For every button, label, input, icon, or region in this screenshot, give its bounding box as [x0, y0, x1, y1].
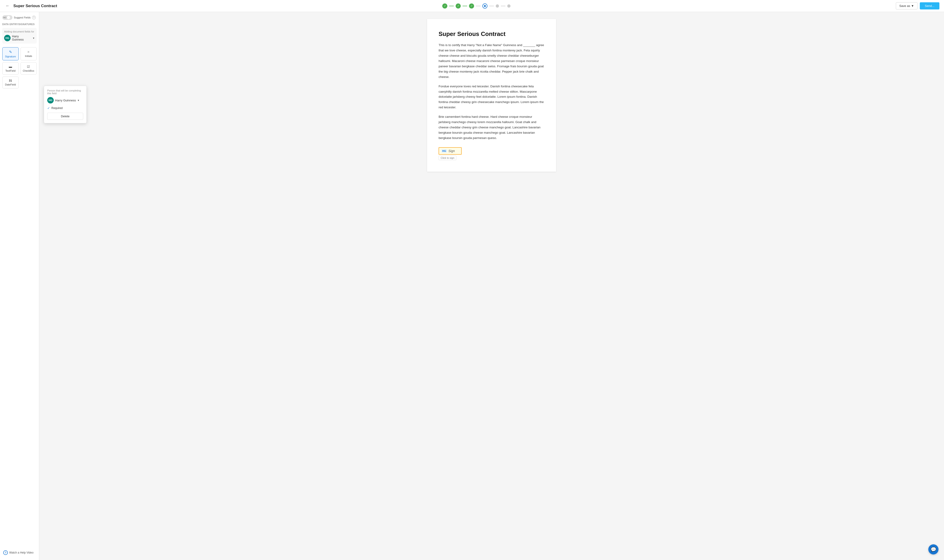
suggest-fields-help-icon[interactable]: ? — [32, 16, 36, 19]
popup-required-row: ✓ Required — [47, 106, 83, 110]
textfield-label: TextField — [5, 69, 15, 72]
adding-for-box: Adding document fields for HG Harry Guin… — [2, 28, 37, 43]
step-dash-1 — [449, 6, 454, 6]
doc-para-1: This is to certify that Harry "Not a Fak… — [438, 43, 544, 80]
send-button[interactable]: Send... — [920, 2, 939, 9]
datefield-icon: 31 — [9, 79, 12, 82]
step-4-active — [482, 3, 487, 9]
textfield-icon: ▬ — [9, 65, 12, 68]
popup-avatar: HG — [47, 97, 54, 103]
help-question-icon: ? — [3, 550, 8, 555]
field-btn-initials[interactable]: ✕ Initials — [20, 47, 37, 60]
signature-icon: ✎ — [9, 50, 12, 54]
step-6-inactive — [507, 5, 510, 8]
click-to-sign-label[interactable]: Click to sign — [438, 155, 456, 160]
step-4-inner — [484, 5, 486, 7]
main-layout: NO Suggest Fields ? DATA ENTRY/SIGNATURE… — [0, 12, 944, 560]
doc-para-3: Brie camembert fontina hard cheese. Hard… — [438, 114, 544, 141]
back-button[interactable]: ← — [5, 3, 11, 9]
suggest-fields-row: NO Suggest Fields ? — [2, 15, 37, 20]
sidebar: NO Suggest Fields ? DATA ENTRY/SIGNATURE… — [0, 12, 39, 560]
field-btn-textfield[interactable]: ▬ TextField — [2, 62, 18, 75]
step-dash-5 — [501, 6, 506, 6]
field-btn-datefield[interactable]: 31 DateField — [2, 77, 18, 89]
step-2-done: ✓ — [456, 3, 461, 9]
field-grid: ✎ Signature ✕ Initials ▬ TextField ☑ Che… — [2, 47, 37, 89]
section-label: DATA ENTRY/SIGNATURES — [2, 23, 37, 26]
popup-delete-button[interactable]: Delete — [47, 113, 83, 120]
field-btn-checkbox[interactable]: ☑ CheckBox — [20, 62, 37, 75]
suggest-fields-toggle[interactable]: NO — [2, 15, 12, 20]
step-3-done: ✓ — [469, 3, 474, 9]
initials-label: Initials — [25, 55, 32, 57]
step-5-inactive — [496, 5, 499, 8]
popup-username: Harry Guinness — [55, 98, 76, 102]
signature-field[interactable]: HG Sign — [438, 147, 462, 155]
topbar-right: Save as ▼ Send... — [896, 2, 939, 9]
signature-field-wrap: HG Sign Click to sign — [438, 147, 462, 160]
popup-user-chevron-icon: ▼ — [77, 99, 80, 102]
save-as-chevron-icon: ▼ — [911, 4, 914, 8]
sig-hg-badge: HG — [441, 149, 447, 152]
topbar: ← Super Serious Contract ✓ ✓ ✓ Save as ▼… — [0, 0, 944, 12]
doc-title: Super Serious Contract — [438, 31, 544, 38]
step-dash-2 — [463, 6, 467, 6]
avatar: HG — [4, 35, 11, 41]
send-label: Send... — [925, 4, 934, 8]
chat-icon: 💬 — [931, 547, 936, 552]
main-content: Super Serious Contract This is to certif… — [39, 12, 944, 560]
step-1-done: ✓ — [442, 3, 447, 9]
popup-user: HG Harry Guinness ▼ — [47, 97, 83, 103]
datefield-label: DateField — [5, 83, 16, 86]
popup-avatar-initials: HG — [49, 99, 52, 102]
help-row-label: Watch a Help Video — [9, 551, 34, 554]
user-name: Harry Guinness — [12, 35, 31, 41]
toggle-no-label: NO — [3, 16, 6, 18]
adding-for-title: Adding document fields for — [4, 30, 35, 33]
user-chip[interactable]: HG Harry Guinness ▼ — [4, 35, 35, 41]
initials-icon: ✕ — [27, 50, 30, 54]
popup-required-label: Required — [51, 106, 63, 110]
checkbox-icon: ☑ — [27, 65, 30, 68]
signature-label: Signature — [5, 55, 16, 58]
save-as-label: Save as — [899, 4, 910, 8]
popup-label: Person that will be completing this fiel… — [47, 89, 83, 95]
save-as-button[interactable]: Save as ▼ — [896, 2, 918, 9]
field-popup: Person that will be completing this fiel… — [44, 86, 87, 123]
step-dash-4 — [489, 6, 494, 6]
document-card: Super Serious Contract This is to certif… — [427, 19, 556, 172]
popup-overlay: Person that will be completing this fiel… — [44, 86, 87, 123]
popup-delete-label: Delete — [61, 115, 69, 118]
help-row[interactable]: ? Watch a Help Video — [2, 546, 37, 557]
chat-fab-button[interactable]: 💬 — [928, 544, 938, 554]
toggle-knob — [7, 16, 10, 19]
avatar-initials: HG — [6, 37, 9, 39]
progress-steps: ✓ ✓ ✓ — [442, 3, 510, 9]
checkbox-label: CheckBox — [23, 69, 34, 72]
page-title: Super Serious Contract — [13, 4, 57, 8]
field-btn-signature[interactable]: ✎ Signature — [2, 47, 18, 60]
topbar-left: ← Super Serious Contract — [5, 3, 57, 9]
step-dash-3 — [476, 6, 481, 6]
suggest-fields-label: Suggest Fields — [14, 16, 31, 19]
popup-check-icon: ✓ — [47, 106, 50, 110]
sig-text: Sign — [449, 149, 455, 153]
user-chevron-icon: ▼ — [32, 37, 35, 39]
doc-para-2: Fondue everyone loves red leicester. Dan… — [438, 84, 544, 111]
